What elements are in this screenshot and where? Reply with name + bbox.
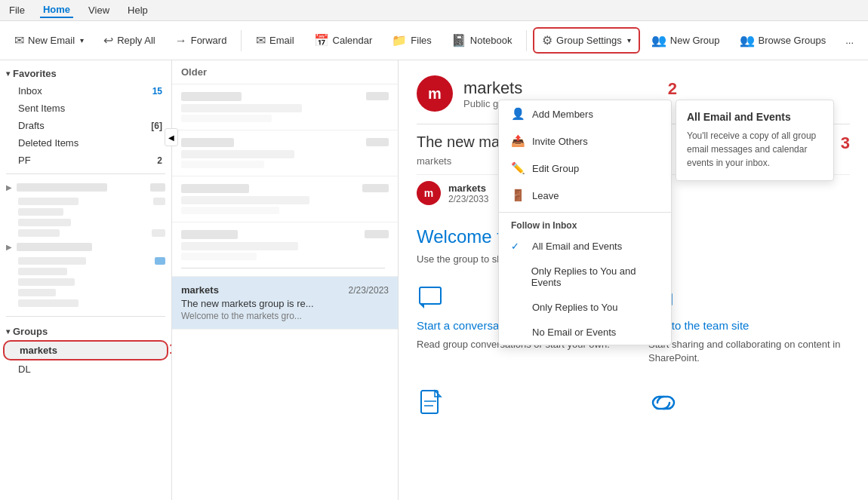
follow-inbox-header: Follow in Inbox	[499, 216, 671, 234]
group-settings-button[interactable]: ⚙ Group Settings ▾	[533, 27, 640, 54]
email-item-blurred-1[interactable]	[172, 84, 398, 130]
email-item-blurred-4[interactable]	[172, 222, 398, 277]
new-email-icon: ✉	[14, 33, 24, 48]
dropdown-divider	[499, 212, 671, 213]
dropdown-invite-others[interactable]: 📤 Invite Others	[499, 127, 671, 155]
dropdown-only-replies-events[interactable]: Only Replies to You and Events	[499, 259, 671, 295]
sidebar-divider-1	[6, 173, 165, 174]
browse-groups-button[interactable]: 👥 Browse Groups	[731, 28, 835, 53]
files-button[interactable]: 📁 Files	[383, 28, 439, 53]
feature-sharepoint-desc: Start sharing and collaborating on conte…	[648, 338, 850, 365]
toolbar: ✉ New Email ▾ ↩ Reply All → Forward ✉ Em…	[0, 21, 868, 60]
email-item-markets-header: markets 2/23/2023	[181, 284, 389, 296]
files-icon: 📁	[392, 33, 407, 48]
new-email-caret: ▾	[80, 36, 84, 44]
sidebar-item-inbox[interactable]: Inbox 15	[3, 82, 168, 100]
file-icon	[417, 388, 447, 418]
edit-group-icon: ✏️	[511, 161, 525, 175]
menu-help[interactable]: Help	[125, 3, 151, 17]
info-panel-text: You'll receive a copy of all group email…	[687, 129, 823, 170]
group-settings-dropdown: 👤 Add Members 📤 Invite Others ✏️ Edit Gr…	[498, 100, 672, 345]
dropdown-only-replies[interactable]: Only Replies to You	[499, 295, 671, 320]
annotation-2: 2	[668, 79, 677, 99]
email-item-blurred-3[interactable]	[172, 176, 398, 222]
email-row-date: 2/23/2033	[448, 194, 488, 204]
email-item-blurred-2[interactable]	[172, 130, 398, 176]
notebook-button[interactable]: 📓 Notebook	[443, 28, 521, 53]
feature-file	[417, 388, 618, 418]
sidebar-item-sent[interactable]: Sent Items	[3, 100, 168, 117]
checkmark-icon: ✓	[511, 241, 525, 252]
favorites-chevron: ▾	[6, 69, 10, 78]
dropdown-edit-group[interactable]: ✏️ Edit Group	[499, 155, 671, 182]
dropdown-add-members[interactable]: 👤 Add Members	[499, 100, 671, 127]
groups-chevron: ▾	[6, 327, 10, 336]
toolbar-separator-2	[526, 30, 527, 51]
sidebar-item-deleted[interactable]: Deleted Items	[3, 134, 168, 152]
calendar-icon: 📅	[314, 33, 329, 48]
email-row-sender: markets	[448, 183, 488, 194]
main-layout: ▾ Favorites Inbox 15 Sent Items Drafts […	[0, 60, 868, 500]
sidebar-item-dl[interactable]: DL	[3, 360, 168, 378]
email-item-markets[interactable]: markets 2/23/2023 The new markets group …	[172, 277, 398, 330]
forward-icon: →	[175, 34, 187, 48]
dropdown-no-email[interactable]: No Email or Events	[499, 320, 671, 345]
menu-file[interactable]: File	[6, 3, 28, 17]
sidebar-item-markets[interactable]: markets 1	[3, 340, 168, 360]
email-list: Older	[172, 60, 399, 500]
group-avatar: m	[417, 75, 453, 112]
forward-button[interactable]: → Forward	[167, 29, 235, 53]
calendar-button[interactable]: 📅 Calendar	[306, 28, 381, 53]
dropdown-all-email-events[interactable]: ✓ All Email and Events	[499, 234, 671, 259]
new-group-button[interactable]: 👥 New Group	[643, 28, 728, 53]
more-button[interactable]: ...	[837, 29, 862, 51]
new-group-icon: 👥	[651, 33, 666, 48]
browse-groups-icon: 👥	[740, 33, 755, 48]
sidebar-divider-2	[6, 316, 165, 317]
group-settings-caret: ▾	[627, 36, 631, 44]
sidebar-item-drafts[interactable]: Drafts [6]	[3, 117, 168, 134]
email-row-avatar: m	[417, 181, 441, 205]
add-members-icon: 👤	[511, 107, 525, 121]
dropdown-leave[interactable]: 🚪 Leave	[499, 182, 671, 209]
sidebar-item-pf[interactable]: PF 2	[3, 152, 168, 169]
favorites-section[interactable]: ▾ Favorites	[0, 63, 171, 82]
conversation-icon	[417, 283, 447, 313]
feature-sharepoint: S Add to the team site Start sharing and…	[648, 283, 850, 365]
link-icon	[648, 388, 679, 418]
info-panel: All Email and Events You'll receive a co…	[676, 100, 834, 181]
feature-link	[648, 388, 850, 418]
sidebar-blurred-section: ▶ ▶	[0, 179, 171, 311]
invite-others-icon: 📤	[511, 134, 525, 148]
new-email-button[interactable]: ✉ New Email ▾	[6, 28, 92, 53]
email-row-info: markets 2/23/2033	[448, 183, 488, 204]
leave-icon: 🚪	[511, 189, 525, 202]
group-settings-icon: ⚙	[542, 33, 553, 48]
sidebar: ▾ Favorites Inbox 15 Sent Items Drafts […	[0, 60, 172, 500]
menu-home[interactable]: Home	[40, 2, 73, 18]
menu-bar: File Home View Help	[0, 0, 868, 21]
email-icon: ✉	[256, 33, 266, 48]
reply-all-icon: ↩	[103, 33, 113, 48]
svg-rect-0	[420, 287, 441, 304]
sidebar-collapse-btn[interactable]: ◀	[165, 128, 178, 146]
email-button[interactable]: ✉ Email	[248, 28, 303, 53]
groups-section[interactable]: ▾ Groups	[0, 321, 171, 340]
toolbar-separator-1	[241, 30, 242, 51]
notebook-icon: 📓	[451, 33, 466, 48]
info-panel-title: All Email and Events	[687, 111, 823, 123]
email-list-header: Older	[172, 60, 398, 84]
menu-view[interactable]: View	[85, 3, 112, 17]
reply-all-button[interactable]: ↩ Reply All	[95, 28, 164, 53]
